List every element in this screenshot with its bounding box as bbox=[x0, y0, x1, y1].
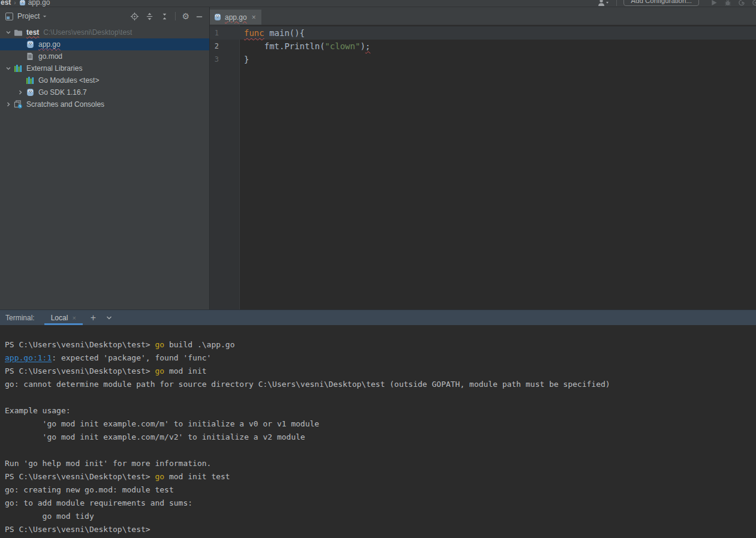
terminal-text: mod init bbox=[164, 366, 206, 375]
terminal-line: go mod tidy bbox=[5, 510, 756, 523]
line-number: 1 bbox=[210, 26, 240, 40]
terminal-line: 'go mod init example.com/m/v2' to initia… bbox=[5, 431, 756, 444]
tree-item-go-modules[interactable]: Go Modules <test> bbox=[0, 74, 209, 86]
terminal-line bbox=[5, 391, 756, 404]
scratches-icon bbox=[13, 100, 23, 109]
tree-item-go-sdk[interactable]: Go SDK 1.16.7 bbox=[0, 86, 209, 98]
close-icon[interactable]: × bbox=[72, 314, 76, 321]
breadcrumb-file[interactable]: app.go bbox=[28, 0, 50, 6]
code-editor[interactable]: 1 func main(){ 2 fmt.Println("clown"); 3… bbox=[210, 25, 756, 309]
tab-app-go[interactable]: app.go × bbox=[210, 10, 261, 25]
code-text: } bbox=[240, 53, 249, 66]
go-file-icon bbox=[25, 40, 35, 49]
chevron-right-icon[interactable] bbox=[4, 101, 13, 107]
code-semicolon: ; bbox=[365, 41, 370, 51]
terminal-label: Terminal: bbox=[5, 314, 35, 322]
terminal-line: PS C:\Users\vesni\Desktop\test> go build… bbox=[5, 338, 756, 351]
project-tool-window: Project ⚙ bbox=[0, 7, 210, 309]
hide-icon[interactable] bbox=[195, 13, 203, 20]
go-file-icon bbox=[214, 13, 221, 21]
chevron-down-icon[interactable] bbox=[4, 29, 13, 35]
command-text: go bbox=[155, 366, 164, 375]
terminal-line bbox=[5, 444, 756, 457]
add-configuration-button[interactable]: Add Configuration... bbox=[624, 0, 699, 6]
user-icon[interactable] bbox=[597, 0, 610, 6]
folder-icon bbox=[13, 29, 23, 37]
terminal-line: PS C:\Users\vesni\Desktop\test> bbox=[5, 523, 756, 536]
terminal-line: app.go:1:1: expected 'package', found 'f… bbox=[5, 351, 756, 365]
code-keyword: func bbox=[244, 28, 264, 38]
project-panel-title[interactable]: Project bbox=[17, 12, 40, 20]
toolbar-separator bbox=[616, 0, 617, 6]
terminal-text: : expected 'package', found 'func' bbox=[52, 353, 211, 362]
code-line[interactable]: 1 func main(){ bbox=[210, 26, 756, 40]
command-text: go bbox=[155, 340, 164, 349]
locate-icon[interactable] bbox=[130, 12, 139, 21]
project-panel-header: Project ⚙ bbox=[0, 7, 209, 25]
terminal-line: Run 'go help mod init' for more informat… bbox=[5, 457, 756, 470]
terminal-text: mod init test bbox=[164, 472, 230, 481]
terminal-line: PS C:\Users\vesni\Desktop\test> go mod i… bbox=[5, 470, 756, 483]
tree-item-go-mod[interactable]: go.mod bbox=[0, 50, 209, 62]
go-file-icon bbox=[19, 0, 26, 6]
active-tab-underline bbox=[44, 323, 83, 325]
code-line[interactable]: 2 fmt.Println("clown"); bbox=[210, 40, 756, 53]
chevron-down-icon[interactable] bbox=[4, 65, 13, 71]
navigation-bar: est › app.go Add Configuration... bbox=[0, 0, 756, 7]
terminal-line: Example usage: bbox=[5, 404, 756, 417]
terminal-tab-local[interactable]: Local × bbox=[44, 310, 83, 325]
breadcrumb-project[interactable]: est bbox=[1, 0, 11, 6]
header-separator bbox=[175, 12, 176, 20]
line-number: 3 bbox=[210, 53, 240, 66]
close-icon[interactable]: × bbox=[252, 14, 256, 21]
file-link[interactable]: app.go:1:1 bbox=[5, 353, 52, 362]
go-sdk-icon bbox=[25, 88, 35, 97]
chevron-down-icon[interactable] bbox=[42, 14, 47, 19]
command-text: go bbox=[155, 472, 164, 481]
library-icon bbox=[25, 76, 35, 85]
editor-tab-bar: app.go × bbox=[210, 7, 756, 25]
project-tree: test C:\Users\vesni\Desktop\test app.go … bbox=[0, 25, 209, 110]
library-icon bbox=[13, 64, 23, 73]
collapse-all-icon[interactable] bbox=[160, 12, 169, 21]
prompt-text: PS C:\Users\vesni\Desktop\test> bbox=[5, 366, 155, 375]
prompt-text: PS C:\Users\vesni\Desktop\test> bbox=[5, 472, 155, 481]
terminal-text: build .\app.go bbox=[164, 340, 234, 349]
prompt-text: PS C:\Users\vesni\Desktop\test> bbox=[5, 340, 155, 349]
prompt-text: PS C:\Users\vesni\Desktop\test> bbox=[5, 525, 150, 534]
tree-item-scratches[interactable]: Scratches and Consoles bbox=[0, 98, 209, 110]
main-area: Project ⚙ bbox=[0, 7, 756, 309]
run-with-coverage-icon[interactable] bbox=[738, 0, 745, 6]
debug-icon[interactable] bbox=[724, 0, 731, 6]
project-tool-icon bbox=[5, 13, 13, 20]
editor-gutter bbox=[210, 25, 240, 309]
tree-item-test-root[interactable]: test C:\Users\vesni\Desktop\test bbox=[0, 26, 209, 38]
code-string: "clown" bbox=[325, 41, 360, 51]
expand-all-icon[interactable] bbox=[145, 12, 154, 21]
line-number: 2 bbox=[210, 40, 240, 53]
terminal-header: Terminal: Local × + bbox=[0, 309, 756, 325]
terminal-line: PS C:\Users\vesni\Desktop\test> go mod i… bbox=[5, 365, 756, 378]
breadcrumb-separator-icon: › bbox=[14, 0, 16, 6]
settings-gear-icon[interactable]: ⚙ bbox=[182, 12, 189, 20]
file-icon bbox=[25, 52, 35, 61]
terminal-line: go: creating new go.mod: module test bbox=[5, 483, 756, 497]
new-session-icon[interactable]: + bbox=[91, 314, 96, 322]
code-text: main(){ bbox=[264, 28, 305, 38]
terminal-line: go: cannot determine module path for sou… bbox=[5, 378, 756, 391]
tab-label: app.go bbox=[225, 13, 247, 22]
tree-item-app-go[interactable]: app.go bbox=[0, 38, 209, 50]
editor-area: app.go × 1 func main(){ 2 fmt.Println("c… bbox=[210, 7, 756, 309]
profiler-icon[interactable] bbox=[752, 0, 756, 6]
terminal-line: go: to add module requirements and sums: bbox=[5, 497, 756, 510]
chevron-right-icon[interactable] bbox=[16, 89, 25, 95]
terminal-tool-window: Terminal: Local × + PS C:\Users\vesni\De… bbox=[0, 309, 756, 538]
code-line[interactable]: 3 } bbox=[210, 53, 756, 66]
chevron-down-icon[interactable] bbox=[106, 314, 113, 321]
terminal-output[interactable]: PS C:\Users\vesni\Desktop\test> go build… bbox=[0, 325, 756, 538]
tree-item-external-libraries[interactable]: External Libraries bbox=[0, 62, 209, 74]
run-icon[interactable] bbox=[710, 0, 718, 6]
terminal-tab-label: Local bbox=[51, 314, 68, 322]
terminal-line: 'go mod init example.com/m' to initializ… bbox=[5, 417, 756, 431]
code-text: fmt.Println( bbox=[244, 41, 325, 51]
